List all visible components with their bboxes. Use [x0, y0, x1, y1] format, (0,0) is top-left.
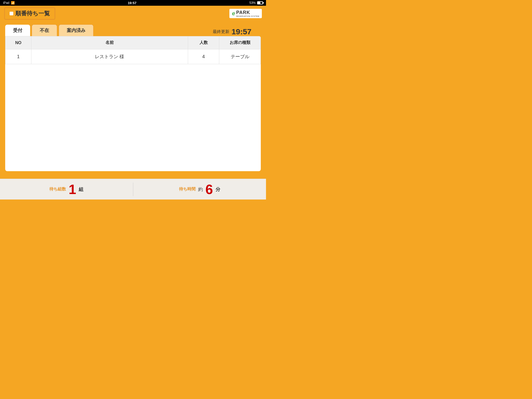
page-title: 順番待ち一覧: [15, 10, 50, 17]
tabs-row: 受付 不在 案内済み: [5, 23, 94, 36]
table-header-row: NO 名前 人数 お席の種類: [5, 36, 261, 49]
cell-name: レストラン 様: [31, 49, 188, 64]
tab-uketsuke[interactable]: 受付: [5, 25, 30, 36]
tab-fuzai[interactable]: 不在: [32, 24, 57, 36]
epark-e-letter: e: [232, 10, 235, 17]
tabs-and-update: 受付 不在 案内済み 最終更新 19:57: [5, 21, 261, 36]
footer: 待ち組数 1 組 待ち時間 約 6 分: [0, 179, 266, 200]
col-header-seat: お席の種類: [219, 36, 261, 49]
last-update-label: 最終更新: [213, 29, 229, 35]
epark-logo: e PARK RESERVATION SYSTEM: [229, 9, 262, 18]
header: 順番待ち一覧 e PARK RESERVATION SYSTEM: [0, 6, 266, 21]
title-icon: [10, 12, 13, 15]
main-content: 受付 不在 案内済み 最終更新 19:57 NO 名前 人数 お席の種類 1 レ…: [0, 21, 266, 171]
last-update-time: 19:57: [231, 27, 251, 36]
battery-label: 53%: [249, 1, 256, 5]
epark-park-text: PARK: [236, 10, 259, 15]
cell-seat: テーブル: [219, 49, 261, 64]
status-time: 19:57: [128, 1, 136, 5]
cell-no: 1: [5, 49, 31, 64]
battery-icon: [257, 1, 263, 4]
waiting-groups-label: 待ち組数: [49, 187, 66, 192]
device-label: iPad: [3, 1, 9, 5]
waiting-time-number: 6: [205, 183, 213, 196]
epark-sub-text: RESERVATION SYSTEM: [236, 15, 259, 17]
footer-waiting-groups: 待ち組数 1 組: [0, 183, 133, 196]
waiting-time-label: 待ち時間: [179, 187, 196, 192]
waiting-groups-unit: 組: [79, 186, 83, 192]
epark-park-block: PARK RESERVATION SYSTEM: [236, 10, 259, 17]
footer-waiting-time: 待ち時間 約 6 分: [133, 183, 266, 196]
status-left: iPad 📶: [3, 1, 15, 5]
table-container: NO 名前 人数 お席の種類 1 レストラン 様 4 テーブル: [5, 36, 261, 171]
page-title-box: 順番待ち一覧: [4, 7, 55, 20]
last-update: 最終更新 19:57: [213, 27, 251, 36]
cell-count: 4: [188, 49, 219, 64]
waitlist-table: NO 名前 人数 お席の種類 1 レストラン 様 4 テーブル: [5, 36, 261, 64]
status-bar: iPad 📶 19:57 53%: [0, 0, 266, 6]
tab-annai[interactable]: 案内済み: [59, 24, 94, 36]
wifi-icon: 📶: [11, 1, 15, 5]
col-header-count: 人数: [188, 36, 219, 49]
waiting-time-approx: 約: [198, 186, 203, 192]
col-header-no: NO: [5, 36, 31, 49]
table-row[interactable]: 1 レストラン 様 4 テーブル: [5, 49, 261, 64]
waiting-time-unit: 分: [216, 186, 220, 192]
waiting-groups-number: 1: [69, 183, 76, 196]
status-right: 53%: [249, 1, 263, 5]
col-header-name: 名前: [31, 36, 188, 49]
